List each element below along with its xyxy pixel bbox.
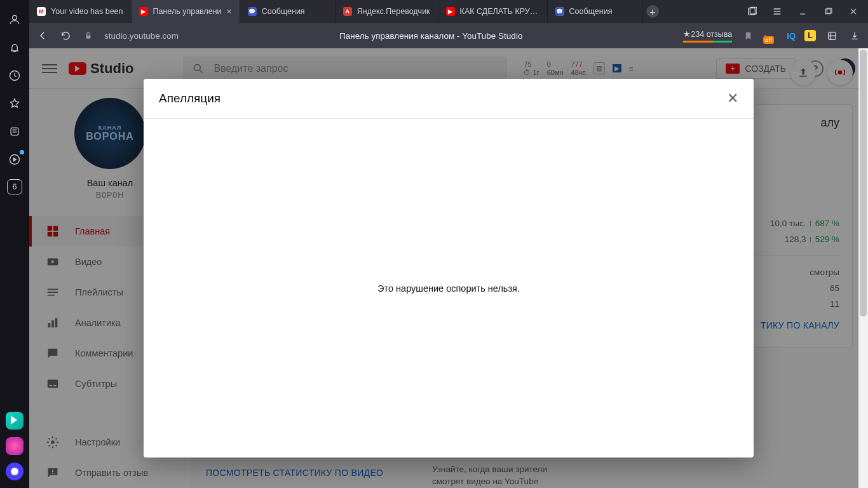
bell-icon[interactable] [6,39,23,56]
page-title: Панель управления каналом - YouTube Stud… [187,31,674,41]
browser-tab[interactable]: ▶КАК СДЕЛАТЬ КРУТО [438,0,548,23]
modal-title: Апелляция [159,92,220,105]
os-side-rail: 6 [0,0,29,488]
panel-toggle-icon[interactable] [746,6,757,17]
browser-tab[interactable]: ▶Панель управлени× [132,0,240,23]
menu-icon[interactable] [771,6,783,17]
address-bar: studio.youtube.com Панель управления кан… [29,23,868,48]
reload-icon[interactable] [58,29,72,43]
app-shortcut-1[interactable] [6,412,24,430]
iq-extension-icon[interactable]: IQ [787,31,796,41]
download-icon[interactable] [848,29,862,43]
extensions-area: ★234 отзыва off IQ L [683,29,862,43]
profile-icon[interactable] [6,11,23,28]
maximize-icon[interactable] [822,6,834,17]
browser-tab[interactable]: AЯндекс.Переводчик [336,0,438,23]
svg-rect-2 [11,128,18,135]
l-extension-icon[interactable]: L [804,30,816,41]
browser-tab[interactable]: 💬Сообщения [548,0,643,23]
counter-badge[interactable]: 6 [7,179,22,194]
url-text[interactable]: studio.youtube.com [104,31,179,41]
collections-icon[interactable] [6,123,23,140]
browser-tab[interactable]: 💬Сообщения [240,0,336,23]
reviews-badge[interactable]: ★234 отзыва [683,29,732,43]
app-shortcut-3[interactable] [6,463,24,480]
modal-message: Это нарушение оспорить нельзя. [377,283,520,294]
window-close-icon[interactable] [848,6,859,17]
play-circle-icon[interactable] [6,151,23,168]
new-tab-button[interactable]: + [643,0,662,23]
bookmark-icon[interactable] [741,29,755,43]
app-shortcut-2[interactable] [6,437,24,455]
lock-icon [81,29,95,43]
tab-close-icon[interactable]: × [227,6,232,17]
extensions-icon[interactable] [825,29,839,43]
appeal-modal: Апелляция ✕ Это нарушение оспорить нельз… [144,79,754,458]
flame-icon[interactable]: off [764,29,778,43]
back-icon[interactable] [36,29,50,43]
scrollbar[interactable] [858,48,868,488]
svg-point-0 [13,15,17,20]
browser-tabstrip: MYour video has been▶Панель управлени×💬С… [29,0,868,23]
browser-tab[interactable]: MYour video has been [29,0,132,23]
svg-rect-8 [86,35,91,38]
close-icon[interactable]: ✕ [727,90,738,107]
minimize-icon[interactable] [797,6,808,17]
star-icon[interactable] [6,95,23,112]
clock-icon[interactable] [6,67,23,84]
